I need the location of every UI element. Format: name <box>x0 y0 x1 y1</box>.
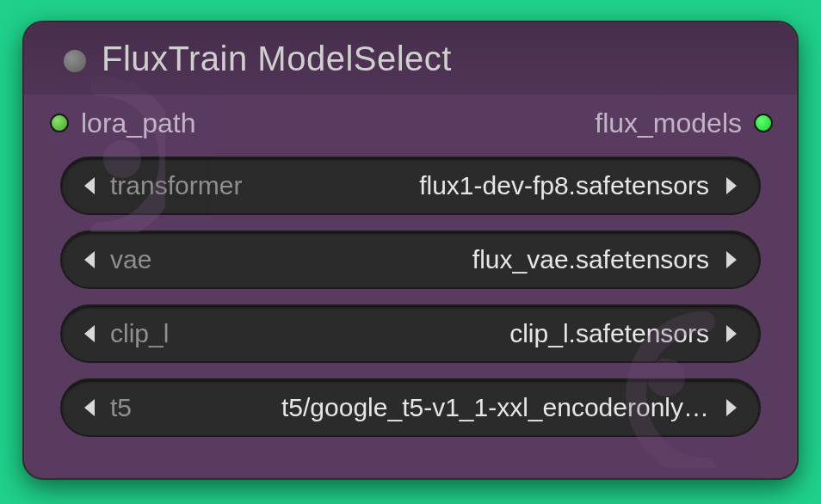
canvas[interactable]: FluxTrain ModelSelect lora_path flux_mod… <box>0 0 821 504</box>
widget-value: clip_l.safetensors <box>181 319 716 348</box>
port-dot-icon[interactable] <box>754 114 773 132</box>
arrow-left-icon[interactable] <box>74 306 105 361</box>
widget-label: t5 <box>105 393 144 422</box>
arrow-left-icon[interactable] <box>74 158 105 213</box>
port-dot-icon[interactable] <box>50 114 69 132</box>
arrow-right-icon[interactable] <box>716 232 747 287</box>
widget-label: vae <box>105 245 164 274</box>
widget-value: t5/google_t5-v1_1-xxl_encoderonly… <box>144 393 716 422</box>
widget-label: transformer <box>105 171 254 200</box>
input-port-label: lora_path <box>81 108 195 139</box>
collapse-dot-icon[interactable] <box>64 50 86 72</box>
widget-transformer[interactable]: transformer flux1-dev-fp8.safetensors <box>60 157 761 215</box>
arrow-right-icon[interactable] <box>716 306 747 361</box>
widget-label: clip_l <box>105 319 181 348</box>
arrow-right-icon[interactable] <box>716 380 747 435</box>
arrow-left-icon[interactable] <box>74 232 105 287</box>
widget-value: flux_vae.safetensors <box>164 245 716 274</box>
output-port-flux-models[interactable]: flux_models <box>595 108 773 139</box>
node-header[interactable]: FluxTrain ModelSelect <box>24 22 797 95</box>
node-fluxtrain-modelselect[interactable]: FluxTrain ModelSelect lora_path flux_mod… <box>22 21 799 480</box>
arrow-right-icon[interactable] <box>716 158 747 213</box>
input-port-lora-path[interactable]: lora_path <box>50 108 195 139</box>
arrow-left-icon[interactable] <box>74 380 105 435</box>
output-port-label: flux_models <box>595 108 742 139</box>
widget-t5[interactable]: t5 t5/google_t5-v1_1-xxl_encoderonly… <box>60 378 761 437</box>
node-title: FluxTrain ModelSelect <box>102 40 452 78</box>
widget-vae[interactable]: vae flux_vae.safetensors <box>60 230 761 289</box>
widget-value: flux1-dev-fp8.safetensors <box>254 171 716 200</box>
io-row: lora_path flux_models <box>24 95 797 151</box>
widgets-container: transformer flux1-dev-fp8.safetensors va… <box>24 151 797 454</box>
widget-clip-l[interactable]: clip_l clip_l.safetensors <box>60 304 761 363</box>
